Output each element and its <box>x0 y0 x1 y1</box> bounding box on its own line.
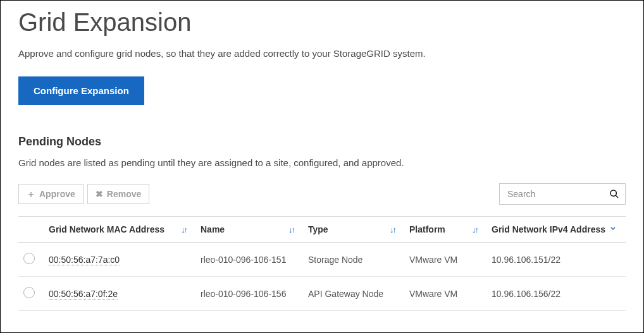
x-icon: ✖ <box>96 190 103 198</box>
pending-nodes-table: Grid Network MAC Address ↓↑ Name ↓↑ Type… <box>18 216 626 311</box>
column-platform-label: Platform <box>409 224 445 234</box>
cell-ip: 10.96.106.156/22 <box>486 277 626 311</box>
chevron-down-icon <box>609 225 617 234</box>
pending-toolbar: ＋ Approve ✖ Remove <box>18 183 626 205</box>
pending-nodes-title: Pending Nodes <box>18 135 626 148</box>
cell-platform: VMware VM <box>404 277 486 311</box>
table-row: 00:50:56:a7:0f:2e rleo-010-096-106-156 A… <box>18 277 626 311</box>
page-title: Grid Expansion <box>18 8 626 37</box>
cell-ip: 10.96.106.151/22 <box>486 243 626 277</box>
column-platform[interactable]: Platform ↓↑ <box>404 217 486 243</box>
row-select-radio[interactable] <box>23 253 35 264</box>
column-ip[interactable]: Grid Network IPv4 Address <box>486 217 626 243</box>
sort-icon: ↓↑ <box>288 225 294 234</box>
sort-icon: ↓↑ <box>472 225 478 234</box>
pending-nodes-description: Grid nodes are listed as pending until t… <box>18 157 626 168</box>
search-wrapper <box>499 183 626 205</box>
page-subtitle: Approve and configure grid nodes, so tha… <box>18 48 626 59</box>
column-type-label: Type <box>308 224 328 234</box>
cell-platform: VMware VM <box>404 243 486 277</box>
cell-mac: 00:50:56:a7:0f:2e <box>49 289 118 300</box>
column-name-label: Name <box>201 224 225 234</box>
remove-button-label: Remove <box>107 189 141 199</box>
plus-icon: ＋ <box>27 190 35 198</box>
sort-icon: ↓↑ <box>181 225 187 234</box>
cell-mac: 00:50:56:a7:7a:c0 <box>49 255 120 265</box>
remove-button[interactable]: ✖ Remove <box>87 184 149 204</box>
column-ip-label: Grid Network IPv4 Address <box>492 224 605 234</box>
cell-type: Storage Node <box>303 243 404 277</box>
approve-button[interactable]: ＋ Approve <box>18 184 84 204</box>
column-select <box>18 217 44 243</box>
cell-type: API Gateway Node <box>303 277 404 311</box>
column-mac-label: Grid Network MAC Address <box>49 224 164 234</box>
approve-button-label: Approve <box>39 189 75 199</box>
cell-name: rleo-010-096-106-156 <box>195 277 303 311</box>
column-mac[interactable]: Grid Network MAC Address ↓↑ <box>44 217 195 243</box>
column-name[interactable]: Name ↓↑ <box>195 217 303 243</box>
sort-icon: ↓↑ <box>390 225 395 234</box>
column-type[interactable]: Type ↓↑ <box>303 217 404 243</box>
table-row: 00:50:56:a7:7a:c0 rleo-010-096-106-151 S… <box>18 243 626 277</box>
row-select-radio[interactable] <box>23 287 35 298</box>
cell-name: rleo-010-096-106-151 <box>195 243 303 277</box>
configure-expansion-button[interactable]: Configure Expansion <box>18 76 144 105</box>
search-input[interactable] <box>499 183 626 205</box>
